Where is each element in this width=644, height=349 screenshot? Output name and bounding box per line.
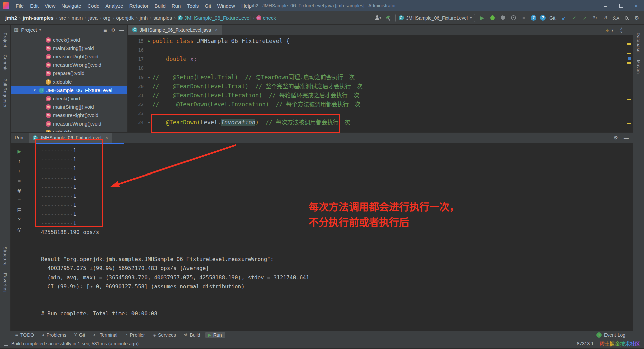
tree-item-measureright-void[interactable]: mmeasureRight():void	[11, 111, 127, 119]
event-log-button[interactable]: 1 Event Log	[596, 332, 625, 338]
menu-refactor[interactable]: Refactor	[126, 2, 152, 10]
toolwindow-tab-terminal[interactable]: >_Terminal	[90, 332, 121, 338]
coverage-button[interactable]	[499, 14, 506, 22]
tool-stripe-maven[interactable]: Maven	[636, 56, 641, 78]
run-button[interactable]: ▶	[479, 14, 485, 22]
close-icon[interactable]: ×	[105, 135, 108, 140]
breadcrumb-jmhsample-06-fixturelevel[interactable]: CJMHSample_06_FixtureLevel	[176, 14, 252, 21]
collaboration-menu[interactable]: ▾	[374, 14, 381, 22]
breadcrumb-org[interactable]: org	[102, 14, 112, 21]
tool-stripe-structure[interactable]: Structure	[3, 243, 8, 269]
menu-view[interactable]: View	[42, 2, 58, 10]
settings-button[interactable]: ⚙	[633, 14, 640, 22]
fold-icon[interactable]: ▾	[146, 118, 152, 127]
print-button[interactable]: ▤	[15, 206, 23, 213]
menu-git[interactable]: Git	[202, 2, 214, 10]
pin-button[interactable]: ◎	[15, 226, 23, 233]
tree-item-measurewrong-void[interactable]: mmeasureWrong():void	[11, 61, 127, 69]
hide-panel-icon[interactable]: —	[624, 135, 629, 141]
settings-icon[interactable]: ⚙	[111, 27, 115, 33]
breadcrumb-samples[interactable]: samples	[152, 14, 173, 21]
breadcrumb-openjdk[interactable]: openjdk	[115, 14, 135, 21]
search-button[interactable]	[623, 14, 630, 22]
maximize-button[interactable]	[613, 0, 629, 11]
toolwindow-tab-problems[interactable]: ●Problems	[39, 332, 69, 338]
tree-item-prepare-void[interactable]: mprepare():void	[11, 69, 127, 78]
git-history-button[interactable]: ↻	[592, 14, 598, 22]
tool-stripe-pull-requests[interactable]: Pull Requests	[3, 74, 8, 111]
breadcrumb-jmh-samples[interactable]: jmh-samples	[21, 14, 55, 21]
next-prev-error-buttons[interactable]: ∧∨	[620, 27, 623, 33]
expand-arrow-icon[interactable]: ▾	[32, 88, 37, 92]
hide-panel-icon[interactable]: —	[119, 27, 124, 33]
tree-item-measureright-void[interactable]: mmeasureRight():void	[11, 52, 127, 61]
expand-collapse-icon[interactable]: ≣	[103, 27, 107, 33]
breadcrumb-main[interactable]: main	[70, 14, 84, 21]
toolwindow-tab-build[interactable]: ⚒Build	[181, 332, 203, 338]
fold-icon[interactable]: ▾	[146, 73, 152, 82]
help-button[interactable]: ?	[531, 15, 536, 21]
toolwindow-tab-run[interactable]: ▶Run	[205, 332, 225, 338]
tree-item-main-string-void[interactable]: mmain(String[]):void	[11, 103, 127, 111]
menu-code[interactable]: Code	[84, 2, 102, 10]
search-everywhere-button[interactable]: ?	[540, 15, 546, 21]
minimize-button[interactable]: –	[598, 0, 613, 11]
stop-button[interactable]: ■	[15, 177, 23, 184]
menu-navigate[interactable]: Navigate	[58, 2, 84, 10]
breadcrumb-src[interactable]: src	[58, 14, 67, 21]
scroll-down-button[interactable]: ↓	[15, 167, 23, 174]
chevron-down-icon[interactable]: ▾	[39, 28, 41, 32]
menu-edit[interactable]: Edit	[27, 2, 42, 10]
profiler-button[interactable]	[510, 14, 517, 22]
tree-item-jmhsample-06-fixturelevel[interactable]: ▾CJMHSample_06_FixtureLevel	[11, 86, 127, 94]
tree-item-measurewrong-void[interactable]: mmeasureWrong():void	[11, 119, 127, 128]
menu-run[interactable]: Run	[169, 2, 184, 10]
run-tab[interactable]: C JMHSample_06_FixtureLevel ×	[29, 133, 112, 143]
toolwindow-tab-profiler[interactable]: ◔Profiler	[122, 332, 148, 338]
project-panel-title[interactable]: Project	[21, 27, 37, 33]
tool-stripe-database[interactable]: Database	[636, 29, 641, 56]
git-push-button[interactable]: ↗	[581, 14, 588, 22]
menu-build[interactable]: Build	[151, 2, 168, 10]
breadcrumb-jmh[interactable]: jmh	[138, 14, 149, 21]
tool-stripe-project[interactable]: Project	[3, 29, 8, 51]
stop-button[interactable]: ■	[520, 14, 527, 22]
clear-all-button[interactable]: ×	[15, 216, 23, 223]
editor-tab[interactable]: C JMHSample_06_FixtureLevel.java ×	[128, 25, 222, 35]
breadcrumb-check[interactable]: mcheck	[255, 14, 277, 21]
menu-file[interactable]: File	[13, 2, 27, 10]
translate-icon[interactable]: 文A	[612, 14, 619, 22]
git-update-button[interactable]: ↙	[560, 14, 567, 22]
menu-analyze[interactable]: Analyze	[102, 2, 126, 10]
toolwindow-tab-services[interactable]: ◈Services	[150, 332, 179, 338]
caret-position[interactable]: 87313:1	[577, 341, 594, 346]
run-line-icon[interactable]: ▶	[146, 37, 152, 46]
git-commit-button[interactable]: ✓	[571, 14, 578, 22]
run-configuration-select[interactable]: C JMHSample_06_FixtureLevel ▾	[395, 14, 475, 22]
rerun-button[interactable]: ▶	[15, 148, 23, 155]
screenshot-button[interactable]: ◉	[15, 187, 23, 194]
close-button[interactable]: ×	[629, 0, 644, 11]
git-rollback-button[interactable]: ↺	[602, 14, 609, 22]
debug-button[interactable]	[489, 14, 496, 22]
background-tasks-icon[interactable]	[4, 342, 8, 346]
build-project-button[interactable]	[385, 14, 392, 22]
menu-tools[interactable]: Tools	[184, 2, 202, 10]
scroll-up-button[interactable]: ↑	[15, 158, 23, 164]
restore-layout-button[interactable]: ≡	[15, 197, 23, 203]
inspection-widget[interactable]: ⚠ 7	[605, 28, 614, 33]
console-output[interactable]: ----------1----------1----------1-------…	[41, 146, 626, 328]
code-area[interactable]: 15▶public class JMHSample_06_FixtureLeve…	[128, 35, 633, 132]
tree-item-main-string-void[interactable]: mmain(String[]):void	[11, 44, 127, 52]
close-icon[interactable]: ×	[215, 27, 218, 32]
breadcrumb-jmh2[interactable]: jmh2	[4, 14, 18, 21]
tree-item-x-double[interactable]: fx:double	[11, 128, 127, 132]
settings-icon[interactable]: ⚙	[614, 135, 618, 141]
tree-item-check-void[interactable]: mcheck():void	[11, 94, 127, 103]
toolwindow-tab-git[interactable]: YGit	[71, 332, 88, 338]
toolwindow-tab-todo[interactable]: ≣TODO	[12, 332, 37, 338]
tree-item-check-void[interactable]: mcheck():void	[11, 36, 127, 44]
tool-stripe-commit[interactable]: Commit	[3, 51, 8, 74]
tree-item-x-double[interactable]: fx:double	[11, 78, 127, 86]
tool-stripe-favorites[interactable]: Favorites	[3, 269, 8, 296]
